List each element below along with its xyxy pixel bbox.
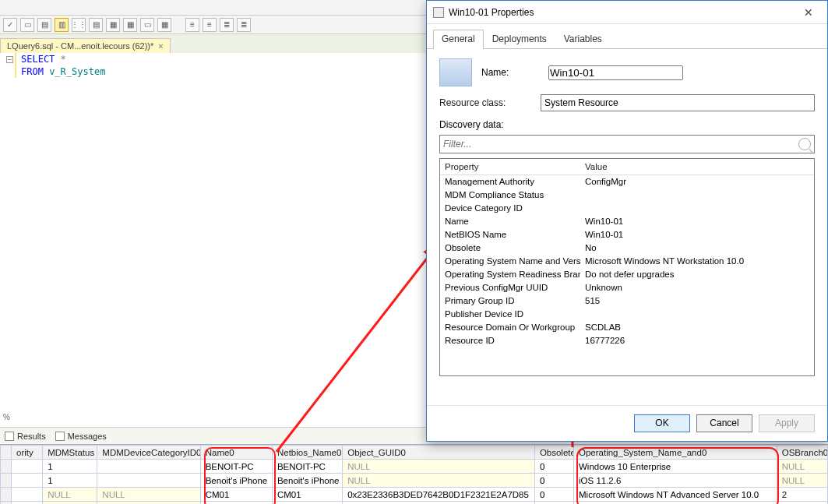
- cancel-button[interactable]: Cancel: [696, 414, 752, 432]
- cell[interactable]: 0: [777, 502, 827, 505]
- search-icon[interactable]: [798, 138, 811, 150]
- uncomment-icon[interactable]: ≣: [237, 18, 251, 32]
- col-obsolete[interactable]: Obsolete0: [534, 446, 573, 460]
- table-row[interactable]: NULLNULLCM01CM010x23E2336B3DED7642B0D1F2…: [1, 488, 828, 502]
- property-row[interactable]: NetBIOS NameWin10-01: [440, 228, 814, 241]
- table-row[interactable]: 1BENOIT-PCBENOIT-PCNULL0Windows 10 Enter…: [1, 460, 828, 474]
- cell[interactable]: 1: [43, 474, 97, 488]
- table-row[interactable]: 1Benoit's iPhoneBenoit's iPhoneNULL0iOS …: [1, 474, 828, 488]
- property-row[interactable]: Primary Group ID515: [440, 294, 814, 308]
- tool-10[interactable]: ▦: [157, 18, 171, 32]
- cell[interactable]: 0: [534, 502, 573, 505]
- editor-tab[interactable]: LQuery6.sql - CM...enoit.lecours (62))* …: [0, 38, 171, 53]
- filter-box[interactable]: [439, 135, 815, 153]
- cell[interactable]: NULL: [777, 474, 827, 488]
- close-icon[interactable]: ×: [158, 41, 163, 51]
- property-row[interactable]: Resource ID16777226: [440, 334, 814, 347]
- cell[interactable]: 1: [43, 460, 97, 474]
- tab-deployments[interactable]: Deployments: [484, 30, 555, 49]
- cell[interactable]: NULL: [97, 502, 200, 505]
- cell[interactable]: CM01: [200, 488, 272, 502]
- property-row[interactable]: Management AuthorityConfigMgr: [440, 175, 814, 189]
- tool-6[interactable]: ▤: [89, 18, 103, 32]
- cell[interactable]: 0: [534, 488, 573, 502]
- cell[interactable]: 0x23E2336B3DED7642B0D1F2321E2A7D85: [343, 488, 535, 502]
- col-netbios[interactable]: Netbios_Name0: [272, 446, 342, 460]
- cell[interactable]: Win10-01: [200, 502, 272, 505]
- col-ority[interactable]: ority: [12, 446, 43, 460]
- cell[interactable]: [1, 460, 12, 474]
- filter-input[interactable]: [443, 139, 798, 150]
- fold-icon[interactable]: –: [6, 56, 13, 63]
- property-row[interactable]: NameWin10-01: [440, 215, 814, 228]
- cell[interactable]: NULL: [777, 460, 827, 474]
- resclass-field[interactable]: [541, 94, 815, 111]
- cell[interactable]: CM01: [272, 488, 342, 502]
- cell[interactable]: [12, 488, 43, 502]
- table-row[interactable]: NULLNULLWin10-01Win10-010xE99B1CFB0CCC96…: [1, 502, 828, 505]
- col-os[interactable]: Operating_System_Name_and0: [574, 446, 777, 460]
- cell[interactable]: 2: [777, 488, 827, 502]
- tab-results[interactable]: Results: [5, 432, 46, 441]
- tool-1[interactable]: ✓: [3, 18, 17, 32]
- cell[interactable]: Microsoft Windows NT Workstation 10.0: [574, 502, 777, 505]
- results-grid[interactable]: ority MDMStatus MDMDeviceCategoryID0 Nam…: [0, 444, 828, 504]
- cell[interactable]: Benoit's iPhone: [272, 474, 342, 488]
- cell[interactable]: NULL: [97, 488, 200, 502]
- cell[interactable]: [1, 488, 12, 502]
- tool-9[interactable]: ▭: [140, 18, 154, 32]
- tool-5[interactable]: ⋮⋮: [72, 18, 86, 32]
- col-mdmstatus[interactable]: MDMStatus: [43, 446, 97, 460]
- cell[interactable]: 0: [534, 460, 573, 474]
- cell[interactable]: 0: [534, 474, 573, 488]
- tool-3[interactable]: ▤: [37, 18, 51, 32]
- cell[interactable]: iOS 11.2.6: [574, 474, 777, 488]
- cell[interactable]: Benoit's iPhone: [200, 474, 272, 488]
- property-row[interactable]: Previous ConfigMgr UUIDUnknown: [440, 281, 814, 294]
- name-field[interactable]: [548, 65, 683, 80]
- col-guid[interactable]: Object_GUID0: [343, 446, 535, 460]
- tool-4[interactable]: ▥: [55, 18, 69, 32]
- cell[interactable]: BENOIT-PC: [272, 460, 342, 474]
- cell[interactable]: Win10-01: [272, 502, 342, 505]
- property-row[interactable]: MDM Compliance Status: [440, 189, 814, 202]
- col-osbranch[interactable]: OSBranch01: [777, 446, 827, 460]
- property-row[interactable]: Operating System Name and Versi...Micros…: [440, 255, 814, 268]
- cell[interactable]: [12, 460, 43, 474]
- cell[interactable]: NULL: [343, 474, 535, 488]
- cell[interactable]: Microsoft Windows NT Advanced Server 10.…: [574, 488, 777, 502]
- cell[interactable]: [12, 474, 43, 488]
- tab-general[interactable]: General: [433, 30, 484, 49]
- cell[interactable]: [12, 502, 43, 505]
- indent-icon[interactable]: ≡: [185, 18, 199, 32]
- property-list[interactable]: Property Value Management AuthorityConfi…: [439, 158, 815, 376]
- tool-8[interactable]: ▦: [123, 18, 137, 32]
- cell[interactable]: NULL: [343, 460, 535, 474]
- col-property[interactable]: Property: [440, 159, 580, 175]
- property-row[interactable]: Resource Domain Or WorkgroupSCDLAB: [440, 321, 814, 334]
- col-mdmcat[interactable]: MDMDeviceCategoryID0: [97, 446, 200, 460]
- cell[interactable]: 0xE99B1CFB0CCC96448A3C98E55CFEC234: [343, 502, 535, 505]
- property-row[interactable]: Operating System Readiness Bran...Do not…: [440, 268, 814, 281]
- ok-button[interactable]: OK: [634, 414, 690, 432]
- tool-2[interactable]: ▭: [20, 18, 34, 32]
- col-value[interactable]: Value: [580, 159, 814, 175]
- property-row[interactable]: ObsoleteNo: [440, 241, 814, 255]
- cell[interactable]: NULL: [43, 502, 97, 505]
- cell[interactable]: [1, 474, 12, 488]
- comment-icon[interactable]: ≣: [220, 18, 234, 32]
- tab-variables[interactable]: Variables: [555, 30, 611, 49]
- close-button[interactable]: ✕: [795, 4, 823, 21]
- tab-messages[interactable]: Messages: [55, 432, 107, 441]
- cell[interactable]: [97, 474, 200, 488]
- col-name0[interactable]: Name0: [200, 446, 272, 460]
- property-row[interactable]: Device Category ID: [440, 202, 814, 215]
- outdent-icon[interactable]: ≡: [203, 18, 217, 32]
- dialog-titlebar[interactable]: Win10-01 Properties ✕: [427, 1, 827, 24]
- cell[interactable]: Windows 10 Enterprise: [574, 460, 777, 474]
- property-row[interactable]: Publisher Device ID: [440, 308, 814, 321]
- cell[interactable]: [97, 460, 200, 474]
- cell[interactable]: [1, 502, 12, 505]
- cell[interactable]: NULL: [43, 488, 97, 502]
- tool-7[interactable]: ▦: [106, 18, 120, 32]
